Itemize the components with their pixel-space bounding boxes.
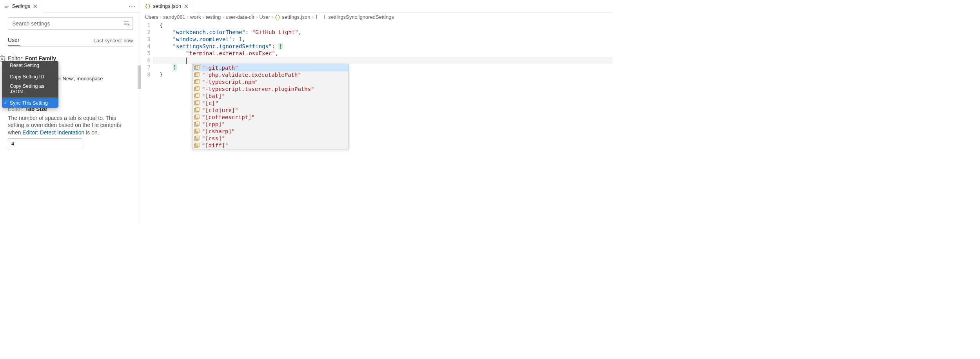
menu-separator — [2, 97, 58, 98]
menu-sync-this-setting[interactable]: ✓ Sync This Setting — [2, 98, 58, 108]
svg-rect-38 — [196, 108, 199, 111]
breadcrumb-item[interactable]: work — [190, 14, 201, 20]
chevron-right-icon: › — [202, 14, 204, 20]
enum-icon — [194, 72, 200, 78]
code-editor[interactable]: 1 2 3 4 5 6 7 8 { "workbench.colorTheme"… — [141, 22, 613, 225]
svg-rect-58 — [196, 143, 199, 147]
breadcrumb-item[interactable]: User — [260, 14, 270, 20]
menu-copy-setting-json[interactable]: Copy Setting as JSON — [2, 82, 58, 96]
scope-user-tab[interactable]: User — [8, 34, 20, 46]
enum-icon — [194, 136, 200, 141]
chevron-right-icon: › — [256, 14, 258, 20]
setting-tab-size: Editor: Tab Size The number of spaces a … — [8, 106, 133, 149]
svg-rect-34 — [196, 101, 199, 104]
scope-row: User Last synced: now — [8, 34, 133, 47]
enum-icon — [194, 121, 200, 127]
enum-icon — [194, 143, 200, 148]
svg-point-10 — [1, 58, 3, 60]
setting-value-partial: urier New', monospace — [51, 76, 103, 82]
enum-icon — [194, 100, 200, 106]
menu-reset-setting[interactable]: Reset Setting — [2, 61, 58, 70]
more-actions-button[interactable]: ··· — [124, 3, 141, 10]
svg-rect-18 — [196, 73, 199, 76]
settings-list-icon — [4, 4, 9, 9]
search-input[interactable] — [8, 17, 133, 30]
breadcrumb-item[interactable]: settingsSync.ignoredSettings — [328, 14, 394, 20]
code-body[interactable]: { "workbench.colorTheme": "GitHub Light"… — [153, 22, 613, 225]
chevron-right-icon: › — [222, 14, 224, 20]
close-icon[interactable] — [33, 4, 38, 9]
enum-icon — [194, 86, 200, 92]
suggest-item[interactable]: "[bat]" — [192, 92, 348, 100]
breadcrumb-item[interactable]: testing — [206, 14, 221, 20]
enum-icon — [194, 114, 200, 120]
breadcrumb-item[interactable]: sandy081 — [163, 14, 185, 20]
breadcrumb-item[interactable]: Users — [145, 14, 158, 20]
tab-title: Settings — [12, 3, 30, 9]
svg-rect-54 — [196, 136, 199, 140]
chevron-right-icon: › — [272, 14, 273, 20]
tab-settings-json[interactable]: settings.json — [141, 0, 193, 13]
left-tab-bar: Settings ··· — [0, 0, 141, 13]
clear-search-icon[interactable] — [123, 20, 131, 27]
enum-icon — [194, 93, 200, 99]
setting-context-menu: Reset Setting Copy Setting ID Copy Setti… — [2, 61, 58, 108]
suggest-item[interactable]: "-php.validate.executablePath" — [192, 71, 348, 78]
suggest-item[interactable]: "[css]" — [192, 135, 348, 142]
suggest-item[interactable]: "-typescript.tsserver.pluginPaths" — [192, 85, 348, 92]
detect-indentation-link[interactable]: Editor: Detect Indentation — [22, 129, 84, 136]
enum-icon — [194, 79, 200, 85]
suggest-item[interactable]: "[coffeescript]" — [192, 114, 348, 121]
json-icon — [145, 4, 151, 9]
editor-pane: settings.json Users› sandy081› work› tes… — [141, 0, 613, 225]
svg-rect-46 — [196, 122, 199, 125]
right-tab-bar: settings.json — [141, 0, 613, 13]
text-cursor — [186, 58, 187, 64]
suggest-item[interactable]: "[csharp]" — [192, 128, 348, 135]
svg-rect-30 — [196, 94, 199, 97]
tab-size-input[interactable] — [8, 138, 82, 149]
tab-settings[interactable]: Settings — [0, 0, 42, 13]
breadcrumb-item[interactable]: settings.json — [282, 14, 310, 20]
json-icon — [275, 15, 280, 20]
setting-description: The number of spaces a tab is equal to. … — [8, 114, 133, 136]
menu-copy-setting-id[interactable]: Copy Setting ID — [2, 72, 58, 82]
breadcrumb[interactable]: Users› sandy081› work› testing› user-dat… — [141, 13, 613, 22]
array-icon: [ ] — [315, 14, 327, 20]
check-icon: ✓ — [4, 100, 7, 105]
menu-separator — [2, 71, 58, 71]
suggest-item[interactable]: "[diff]" — [192, 142, 348, 149]
chevron-right-icon: › — [160, 14, 162, 20]
autocomplete-popup: "-git.path" "-php.validate.executablePat… — [192, 64, 349, 149]
suggest-item[interactable]: "[c]" — [192, 100, 348, 107]
svg-rect-22 — [196, 80, 199, 83]
line-gutter: 1 2 3 4 5 6 7 8 — [141, 22, 153, 225]
svg-rect-26 — [196, 87, 199, 90]
close-icon[interactable] — [183, 4, 189, 9]
chevron-right-icon: › — [312, 14, 314, 20]
suggest-item[interactable]: "-typescript.npm" — [192, 78, 348, 85]
svg-rect-14 — [196, 65, 199, 69]
suggest-item[interactable]: "-git.path" — [192, 64, 348, 71]
tab-title: settings.json — [153, 3, 181, 9]
settings-pane: Settings ··· User Last synced: now — [0, 0, 141, 225]
enum-icon — [194, 65, 200, 71]
enum-icon — [194, 129, 200, 134]
svg-rect-42 — [196, 115, 199, 118]
search-box — [8, 17, 133, 30]
sync-status: Last synced: now — [94, 38, 133, 44]
chevron-right-icon: › — [187, 14, 189, 20]
svg-rect-50 — [196, 129, 199, 132]
scrollbar-vertical[interactable] — [138, 65, 141, 89]
enum-icon — [194, 107, 200, 113]
suggest-item[interactable]: "[cpp]" — [192, 121, 348, 128]
breadcrumb-item[interactable]: user-data-dir — [225, 14, 254, 20]
suggest-item[interactable]: "[clojure]" — [192, 107, 348, 114]
